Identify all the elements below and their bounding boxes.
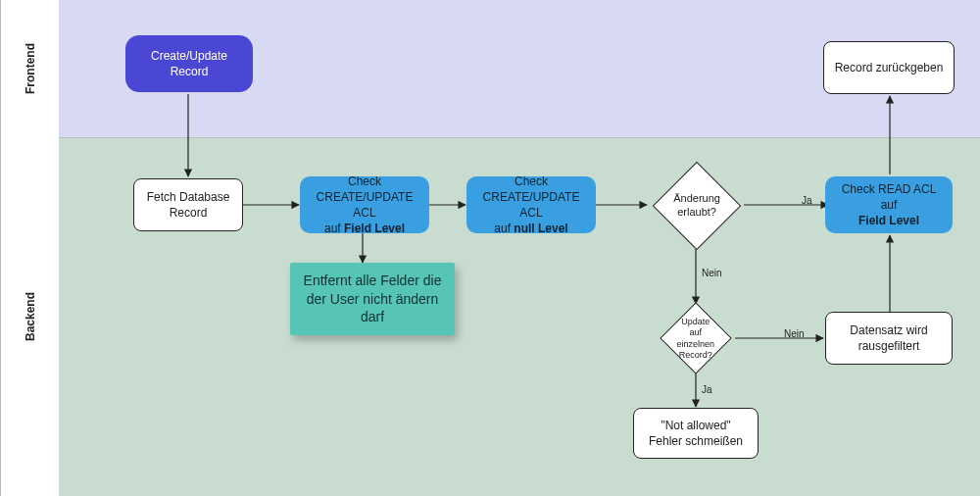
text: auf — [494, 222, 514, 235]
node-label: Fetch Database Record — [144, 189, 232, 221]
node-fetch-database-record: Fetch Database Record — [133, 178, 243, 231]
node-label: Check CREATE/UPDATE ACL auf Field Level — [310, 174, 419, 237]
lane-backend-label: Backend — [0, 137, 59, 496]
text: CREATE/UPDATE ACL — [483, 190, 580, 220]
text-bold: null Level — [514, 222, 567, 235]
text-bold: Field Level — [344, 222, 405, 235]
node-not-allowed-error: "Not allowed" Fehler schmeißen — [633, 408, 759, 459]
node-label: Check CREATE/UPDATE ACL auf null Level — [476, 174, 586, 237]
node-label: Entfernt alle Felder die der User nicht … — [300, 272, 445, 327]
node-label: Create/Update Record — [135, 48, 243, 79]
text: auf — [324, 222, 344, 235]
text: Check READ ACL auf — [842, 182, 937, 212]
sticky-note-removes-fields: Entfernt alle Felder die der User nicht … — [290, 263, 455, 335]
edge-label-no-1: Nein — [702, 268, 722, 278]
node-return-record: Record zurückgeben — [823, 41, 955, 94]
edge-label-no-2: Nein — [784, 328, 805, 339]
text: Check — [348, 174, 381, 188]
edge-label-yes-1: Ja — [802, 195, 812, 206]
node-label: Record zurückgeben — [835, 60, 944, 75]
node-record-filtered-out: Datensatz wird rausgefiltert — [825, 312, 953, 365]
lane-divider — [0, 137, 980, 138]
node-check-create-update-acl-null-level: Check CREATE/UPDATE ACL auf null Level — [466, 176, 596, 233]
node-check-create-update-acl-field-level: Check CREATE/UPDATE ACL auf Field Level — [300, 176, 429, 233]
node-label: Check READ ACL auf Field Level — [835, 181, 943, 229]
text: Check — [514, 174, 548, 188]
text: CREATE/UPDATE ACL — [317, 190, 414, 220]
node-label: Update auf einzelnen Record? — [677, 317, 715, 361]
node-label: Änderung erlaubt? — [673, 192, 720, 220]
lane-frontend-label: Frontend — [0, 0, 59, 137]
edge-label-yes-2: Ja — [702, 384, 712, 395]
node-label: Datensatz wird rausgefiltert — [836, 322, 942, 354]
node-check-read-acl-field-level: Check READ ACL auf Field Level — [825, 176, 953, 233]
node-create-update-record: Create/Update Record — [125, 35, 253, 92]
node-label: "Not allowed" Fehler schmeißen — [644, 418, 748, 449]
text-bold: Field Level — [858, 214, 919, 227]
